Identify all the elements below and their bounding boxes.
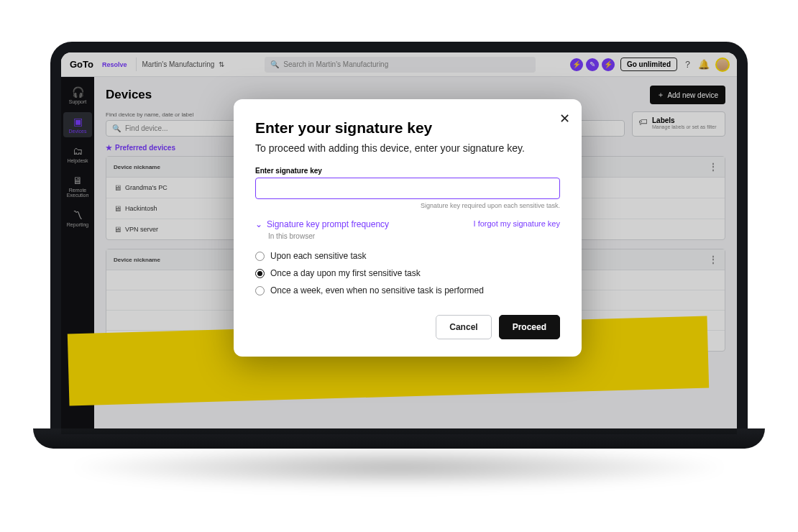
quick-action-1[interactable]: ⚡ — [570, 58, 583, 71]
device-icon: 🖥 — [114, 183, 121, 192]
add-device-button[interactable]: ＋ Add new device — [650, 86, 725, 104]
search-icon: 🔍 — [112, 124, 121, 132]
remote-exec-icon: 🖥 — [65, 175, 91, 186]
laptop-base — [33, 428, 765, 449]
quick-action-3[interactable]: ⚡ — [602, 58, 615, 71]
freq-option-each-task[interactable]: Upon each sensitive task — [255, 247, 560, 265]
company-name: Martin's Manufacturing — [142, 60, 215, 68]
device-icon: 🖥 — [114, 204, 121, 213]
close-icon[interactable]: ✕ — [559, 111, 570, 127]
brand-sub: Resolve — [102, 61, 127, 68]
devices-icon: ▣ — [65, 116, 91, 127]
labels-title: Labels — [652, 116, 717, 124]
proceed-button[interactable]: Proceed — [499, 315, 560, 339]
frequency-sub: In this browser — [268, 232, 560, 240]
company-switcher[interactable]: Martin's Manufacturing ⇅ — [136, 58, 231, 71]
sidebar-item-helpdesk[interactable]: 🗂Helpdesk — [63, 142, 92, 167]
freq-option-once-week[interactable]: Once a week, even when no sensitive task… — [255, 282, 560, 299]
tag-icon: 🏷 — [638, 116, 648, 127]
device-search-placeholder: Find device... — [125, 124, 168, 132]
search-icon: 🔍 — [270, 60, 279, 68]
forgot-key-link[interactable]: I forgot my signature key — [474, 219, 560, 228]
sidebar-item-remote-execution[interactable]: 🖥Remote Execution — [63, 171, 92, 201]
reporting-icon: 〽 — [65, 209, 91, 221]
sidebar-item-support[interactable]: 🎧Support — [63, 83, 92, 108]
page-title: Devices — [106, 88, 152, 102]
laptop-shadow — [65, 446, 733, 489]
go-unlimited-button[interactable]: Go unlimited — [620, 58, 677, 71]
top-bar: GoTo Resolve Martin's Manufacturing ⇅ 🔍 … — [61, 52, 737, 77]
freq-option-once-day[interactable]: Once a day upon my first sensitive task — [255, 265, 560, 282]
signature-key-hint: Signature key required upon each sensiti… — [255, 202, 560, 209]
radio-icon — [255, 286, 265, 295]
help-icon[interactable]: ？ — [683, 58, 692, 71]
sidebar-item-reporting[interactable]: 〽Reporting — [63, 206, 92, 231]
brand-logo: GoTo — [68, 59, 95, 70]
switch-icon: ⇅ — [219, 60, 224, 68]
col-nickname: Device nickname — [114, 162, 193, 172]
radio-icon — [255, 252, 265, 261]
plus-icon: ＋ — [657, 90, 664, 100]
quick-action-group: ⚡ ✎ ⚡ — [570, 58, 615, 71]
signature-key-input[interactable] — [255, 178, 560, 199]
signature-key-label: Enter signature key — [255, 167, 560, 175]
table-menu-icon[interactable]: ⋮ — [709, 162, 717, 172]
cancel-button[interactable]: Cancel — [436, 315, 491, 339]
frequency-toggle[interactable]: Signature key prompt frequency — [267, 219, 389, 229]
notifications-icon[interactable]: 🔔 — [698, 59, 710, 70]
modal-subtitle: To proceed with adding this device, ente… — [255, 142, 560, 154]
quick-action-2[interactable]: ✎ — [586, 58, 599, 71]
modal-title: Enter your signature key — [255, 119, 560, 137]
table-menu-icon[interactable]: ⋮ — [709, 254, 717, 265]
labels-card[interactable]: 🏷 Labels Manage labels or set as filter — [632, 111, 725, 137]
support-icon: 🎧 — [65, 86, 91, 98]
frequency-options: Upon each sensitive task Once a day upon… — [255, 247, 560, 299]
star-icon: ★ — [106, 144, 112, 152]
global-search[interactable]: 🔍 Search in Martin's Manufacturing — [265, 57, 536, 73]
device-icon: 🖥 — [114, 225, 121, 234]
helpdesk-icon: 🗂 — [65, 145, 91, 157]
radio-icon — [255, 269, 265, 278]
global-search-placeholder: Search in Martin's Manufacturing — [283, 60, 388, 68]
labels-sub: Manage labels or set as filter — [652, 124, 717, 129]
chevron-down-icon[interactable]: ⌄ — [255, 219, 262, 229]
avatar[interactable] — [715, 58, 730, 72]
col-nickname: Device nickname — [114, 254, 193, 265]
sidebar-item-devices[interactable]: ▣Devices — [63, 112, 92, 137]
signature-key-modal: ✕ Enter your signature key To proceed wi… — [234, 99, 582, 357]
